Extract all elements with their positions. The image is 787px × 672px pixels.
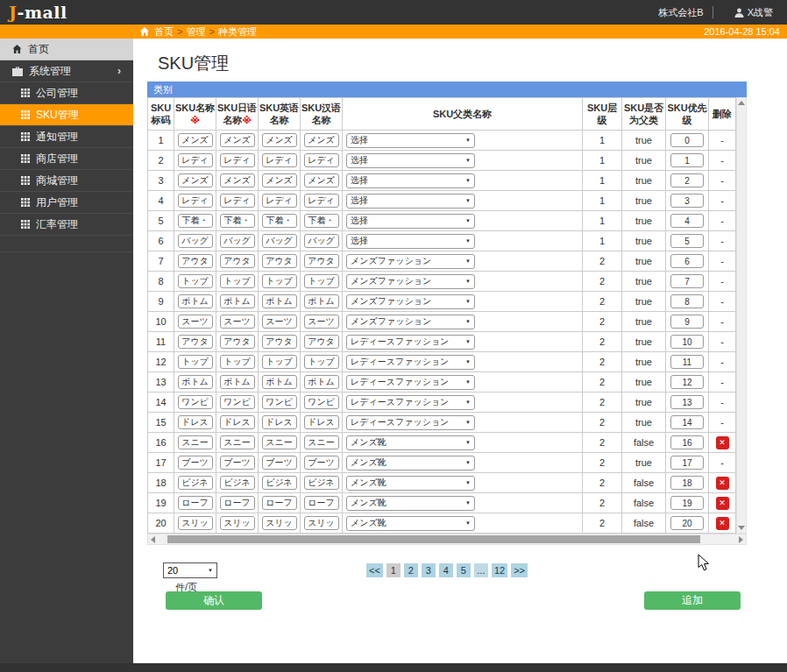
name-input[interactable] bbox=[178, 335, 213, 349]
priority-input[interactable] bbox=[670, 234, 704, 248]
pagination-page-3[interactable]: 3 bbox=[422, 563, 436, 577]
breadcrumb-item-home[interactable]: 首页 bbox=[154, 25, 174, 39]
name-en-input[interactable] bbox=[262, 153, 297, 167]
parent-select[interactable]: メンズ靴▼ bbox=[346, 435, 475, 450]
name-zh-input[interactable] bbox=[304, 355, 339, 369]
name-input[interactable] bbox=[178, 234, 213, 248]
scroll-left-icon[interactable] bbox=[151, 536, 155, 543]
name-input[interactable] bbox=[178, 133, 213, 147]
name-zh-input[interactable] bbox=[304, 315, 339, 329]
name-zh-input[interactable] bbox=[304, 194, 339, 208]
priority-input[interactable] bbox=[670, 153, 704, 167]
priority-input[interactable] bbox=[670, 194, 704, 208]
name-en-input[interactable] bbox=[262, 194, 297, 208]
name-ja-input[interactable] bbox=[220, 415, 255, 429]
parent-select[interactable]: 选择▼ bbox=[346, 214, 475, 229]
parent-select[interactable]: レディースファッション▼ bbox=[346, 375, 475, 390]
name-zh-input[interactable] bbox=[304, 133, 339, 147]
name-zh-input[interactable] bbox=[304, 274, 339, 288]
name-input[interactable] bbox=[178, 516, 213, 530]
parent-select[interactable]: レディースファッション▼ bbox=[346, 395, 475, 410]
scroll-up-icon[interactable] bbox=[738, 101, 745, 105]
name-zh-input[interactable] bbox=[304, 214, 339, 228]
name-en-input[interactable] bbox=[262, 435, 297, 449]
name-ja-input[interactable] bbox=[220, 355, 255, 369]
name-input[interactable] bbox=[178, 476, 213, 490]
parent-select[interactable]: レディースファッション▼ bbox=[346, 335, 475, 350]
breadcrumb-item-manage[interactable]: 管理 bbox=[186, 25, 205, 39]
delete-button[interactable]: ✕ bbox=[716, 477, 729, 490]
scroll-right-icon[interactable] bbox=[739, 536, 743, 543]
name-zh-input[interactable] bbox=[304, 476, 339, 490]
parent-select[interactable]: メンズ靴▼ bbox=[346, 456, 475, 470]
name-ja-input[interactable] bbox=[220, 214, 255, 228]
name-ja-input[interactable] bbox=[220, 375, 255, 389]
parent-select[interactable]: メンズファッション▼ bbox=[346, 294, 475, 309]
name-ja-input[interactable] bbox=[220, 315, 255, 329]
name-en-input[interactable] bbox=[262, 274, 297, 288]
sidebar-item-sku[interactable]: SKU管理 bbox=[0, 104, 133, 126]
name-ja-input[interactable] bbox=[220, 496, 255, 510]
sidebar-item-user[interactable]: 用户管理 bbox=[0, 192, 133, 214]
pagination-last[interactable]: >> bbox=[511, 563, 528, 577]
name-input[interactable] bbox=[178, 456, 213, 470]
name-input[interactable] bbox=[178, 254, 213, 268]
name-en-input[interactable] bbox=[262, 395, 297, 409]
name-ja-input[interactable] bbox=[220, 456, 255, 470]
name-zh-input[interactable] bbox=[304, 153, 339, 167]
name-zh-input[interactable] bbox=[304, 516, 339, 530]
name-en-input[interactable] bbox=[262, 415, 297, 429]
parent-select[interactable]: 选择▼ bbox=[346, 194, 475, 209]
page-size-select[interactable]: 20 ▼ bbox=[163, 562, 217, 578]
pagination-page-12[interactable]: 12 bbox=[492, 563, 507, 577]
name-ja-input[interactable] bbox=[220, 254, 255, 268]
parent-select[interactable]: 选择▼ bbox=[346, 173, 475, 188]
name-en-input[interactable] bbox=[262, 516, 297, 530]
name-en-input[interactable] bbox=[262, 355, 297, 369]
priority-input[interactable] bbox=[670, 435, 704, 449]
name-ja-input[interactable] bbox=[220, 194, 255, 208]
sidebar-group-system[interactable]: 系统管理 › bbox=[0, 60, 133, 82]
name-input[interactable] bbox=[178, 496, 213, 510]
priority-input[interactable] bbox=[670, 294, 704, 308]
add-button[interactable]: 追加 bbox=[644, 591, 741, 610]
name-ja-input[interactable] bbox=[220, 274, 255, 288]
parent-select[interactable]: メンズ靴▼ bbox=[346, 476, 475, 491]
name-input[interactable] bbox=[178, 375, 213, 389]
parent-select[interactable]: メンズファッション▼ bbox=[346, 315, 475, 329]
name-en-input[interactable] bbox=[262, 496, 297, 510]
priority-input[interactable] bbox=[670, 516, 704, 530]
name-input[interactable] bbox=[178, 315, 213, 329]
name-zh-input[interactable] bbox=[304, 254, 339, 268]
name-zh-input[interactable] bbox=[304, 456, 339, 470]
name-input[interactable] bbox=[178, 173, 213, 187]
name-zh-input[interactable] bbox=[304, 173, 339, 187]
priority-input[interactable] bbox=[670, 173, 704, 187]
name-ja-input[interactable] bbox=[220, 335, 255, 349]
pagination-first[interactable]: << bbox=[366, 563, 383, 577]
parent-select[interactable]: メンズ靴▼ bbox=[346, 496, 475, 511]
vertical-scrollbar[interactable] bbox=[736, 97, 747, 534]
name-ja-input[interactable] bbox=[220, 153, 255, 167]
name-input[interactable] bbox=[178, 194, 213, 208]
name-zh-input[interactable] bbox=[304, 375, 339, 389]
sidebar-item-notice[interactable]: 通知管理 bbox=[0, 126, 133, 148]
priority-input[interactable] bbox=[670, 214, 704, 228]
name-ja-input[interactable] bbox=[220, 395, 255, 409]
parent-select[interactable]: メンズファッション▼ bbox=[346, 254, 475, 269]
name-zh-input[interactable] bbox=[304, 395, 339, 409]
parent-select[interactable]: レディースファッション▼ bbox=[346, 355, 475, 370]
name-zh-input[interactable] bbox=[304, 435, 339, 449]
name-en-input[interactable] bbox=[262, 375, 297, 389]
sidebar-item-exchange-rate[interactable]: 汇率管理 bbox=[0, 214, 133, 236]
name-ja-input[interactable] bbox=[220, 435, 255, 449]
priority-input[interactable] bbox=[670, 375, 704, 389]
parent-select[interactable]: 选择▼ bbox=[346, 133, 475, 148]
priority-input[interactable] bbox=[670, 133, 704, 147]
name-ja-input[interactable] bbox=[220, 294, 255, 308]
priority-input[interactable] bbox=[670, 335, 704, 349]
name-ja-input[interactable] bbox=[220, 516, 255, 530]
pagination-page-2[interactable]: 2 bbox=[404, 563, 418, 577]
name-input[interactable] bbox=[178, 294, 213, 308]
name-en-input[interactable] bbox=[262, 234, 297, 248]
